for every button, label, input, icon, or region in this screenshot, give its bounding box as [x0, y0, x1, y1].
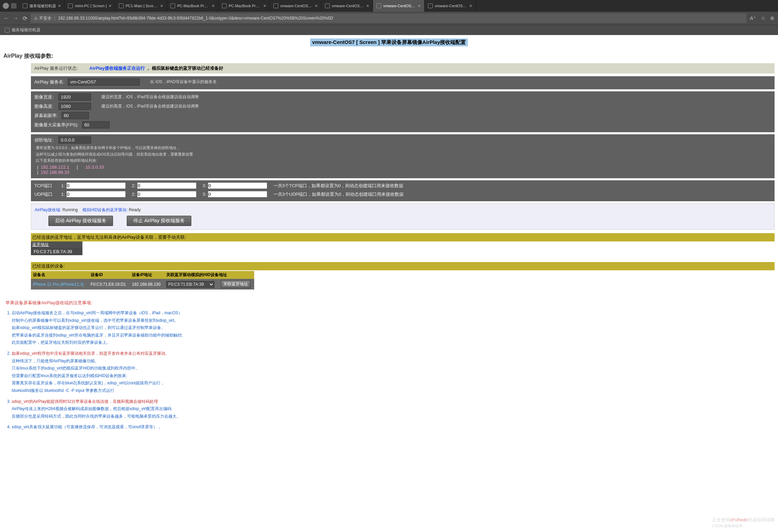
tab-7[interactable]: vmware-CentOS7 [ Scre×	[373, 0, 425, 12]
section-heading: AirPlay 接收端参数:	[3, 53, 775, 60]
th-id: 设备ID	[89, 271, 130, 279]
tcp-label: TCP端口	[34, 183, 55, 189]
devices-section: 已经连接的设备: 设备名 设备ID 设备IP地址 关联蓝牙驱动模拟的HID设备地…	[31, 262, 775, 290]
status-rest: ， 模拟鼠标键盘的蓝牙驱动已经准备好	[146, 66, 223, 71]
tab-title: PC1-Main [ Screen ]	[126, 4, 158, 8]
table-row: iPhone 11 Pro (iPhone12,3) F0:C3:71:E6:1…	[31, 279, 254, 290]
profile-icon[interactable]	[3, 3, 9, 9]
udp-2-input[interactable]	[137, 191, 196, 197]
tab-5[interactable]: vmware-CentOS7 List×	[270, 0, 322, 12]
bt-addr-row: 蓝牙地址 F0:C3:71:EB:7A:39	[31, 241, 82, 255]
tab-title: PC-MacBook Pro [ Scree	[229, 4, 261, 8]
tab-6[interactable]: vmware-CentOS7 [ Scre×	[322, 0, 373, 12]
reload-button[interactable]: ⟳	[23, 15, 27, 22]
close-icon[interactable]: ×	[212, 3, 214, 9]
close-icon[interactable]: ×	[109, 3, 111, 9]
fps-label: 图像最大采集率(FPS):	[34, 122, 79, 128]
close-icon[interactable]: ×	[315, 3, 317, 9]
page-icon	[23, 3, 27, 8]
tab-2[interactable]: PC1-Main [ Screen ]×	[115, 0, 167, 12]
close-icon[interactable]: ×	[418, 3, 420, 9]
ctrl-s1a: AirPlay接收端:	[35, 207, 61, 212]
tab-1[interactable]: mimi-PC [ Screen ]×	[65, 0, 115, 12]
ip-2: 10.3.0.33	[85, 165, 104, 170]
status-label: AirPlay 服务运行状态:	[34, 66, 78, 71]
note-4: xdisp_virt具备强大延展功能（可直播推流保存，可浏览器观看，可onvif…	[12, 423, 773, 431]
listen-sub1: 通常设置为 0.0.0.0，如果系统具有多块网卡和多个IP地址，可以设置具体的侦…	[36, 146, 180, 150]
close-icon[interactable]: ×	[469, 3, 472, 9]
listen-sub2: 这样可以减少因为复杂的网络环境造成iOS无法识别等问题，但若系统地址改变，需要重…	[36, 152, 193, 156]
img-w-input[interactable]	[58, 93, 91, 101]
service-name-panel: AirPlay 服务名: 在 iOS，iPAD等设备中显示的服务名	[31, 76, 775, 89]
page-icon	[222, 3, 227, 8]
stop-service-button[interactable]: 停止 AirPlay 接收端服务	[127, 216, 191, 226]
start-service-button[interactable]: 启动 AirPlay 接收端服务	[48, 216, 113, 226]
service-name-label: AirPlay 服务名:	[34, 79, 64, 85]
listen-sub3: 以下是系统有效的本地侦听地址列表:	[36, 158, 97, 162]
udp-1-input[interactable]	[66, 191, 126, 197]
bt-addr-value: F0:C3:71:EB:7A:39	[31, 248, 82, 255]
tab-title: vmware-CentOS7 [ Scre	[435, 4, 467, 8]
bt-head: 已经连接的蓝牙地址，蓝牙地址无法和具体的AirPlay设备关联，需要手动关联:	[31, 233, 775, 241]
close-icon[interactable]: ×	[263, 3, 266, 9]
ctrl-s1b: Running	[63, 207, 78, 212]
dev-head: 已经连接的设备:	[31, 262, 775, 270]
control-panel: AirPlay接收端: Running 模拟HID设备的蓝牙驱动: Ready …	[31, 203, 775, 230]
bookmark-link[interactable]: 服务端被控机器	[12, 27, 41, 33]
notes-section: 苹果设备屏幕镜像AirPlay接收端的注意事项: 启动AirPlay接收端服务之…	[3, 300, 775, 431]
tab-4[interactable]: PC-MacBook Pro [ Scree×	[218, 0, 270, 12]
page-icon	[273, 3, 278, 8]
favorite-icon[interactable]: ☆	[761, 15, 765, 21]
forward-button[interactable]: →	[13, 15, 19, 22]
bookmark-icon	[5, 28, 10, 33]
back-button[interactable]: ←	[3, 15, 9, 22]
fps-input[interactable]	[82, 121, 110, 128]
bt-section: 已经连接的蓝牙地址，蓝牙地址无法和具体的AirPlay设备关联，需要手动关联: …	[31, 233, 775, 255]
bt-addr-label: 蓝牙地址	[31, 241, 82, 248]
img-h-input[interactable]	[58, 103, 91, 110]
note-2: 如果xdisp_virt程序包中没有蓝牙驱动相关目录，则是开发作者并未公布对应蓝…	[12, 350, 773, 395]
tcp-2-input[interactable]	[137, 182, 196, 189]
url-box[interactable]: ⚠不安全 | 192.168.88.33:11000/airplay.html?…	[31, 13, 746, 23]
tab-bar: 服务端被控机器×mimi-PC [ Screen ]×PC1-Main [ Sc…	[0, 0, 778, 12]
page-icon	[325, 3, 330, 8]
service-name-hint: 在 iOS，iPAD等设备中显示的服务名	[150, 79, 217, 85]
read-aloud-icon[interactable]: A⁺	[750, 15, 756, 21]
refresh-input[interactable]	[61, 112, 89, 119]
status-running: AirPlay接收端服务正在运行	[89, 66, 145, 71]
page-icon	[68, 3, 73, 8]
collections-icon[interactable]: ⊕	[770, 15, 775, 21]
listen-panel: 侦听地址: 通常设置为 0.0.0.0，如果系统具有多块网卡和多个IP地址，可以…	[31, 134, 775, 178]
note-1: 启动AirPlay接收端服务之后，在与xdisp_virt同一局域网中的苹果设备…	[12, 309, 773, 347]
tcp-1-input[interactable]	[66, 182, 126, 189]
insecure-icon: ⚠	[34, 16, 38, 21]
page-icon	[170, 3, 175, 8]
th-name: 设备名	[31, 271, 89, 279]
tab-3[interactable]: PC-MacBook Pro List×	[167, 0, 218, 12]
tab-0[interactable]: 服务端被控机器×	[19, 0, 65, 12]
refresh-label: 屏幕刷新率:	[34, 113, 58, 119]
ip-1: 192.168.122.1	[41, 165, 69, 170]
dev-name: iPhone 11 Pro (iPhone12,3)	[31, 279, 89, 290]
tcp-3-input[interactable]	[208, 182, 267, 189]
close-icon[interactable]: ×	[58, 3, 61, 9]
tcp-hint: 一共3个TCP端口，如果都设置为0，则动态创建端口用来接收数据	[273, 183, 403, 189]
ctrl-s2a: 模拟HID设备的蓝牙驱动:	[82, 207, 128, 212]
associate-bt-button[interactable]: 关联蓝牙地址	[221, 280, 250, 288]
ctrl-s2b: Ready	[129, 207, 141, 212]
app-icon[interactable]	[11, 3, 16, 9]
close-icon[interactable]: ×	[366, 3, 369, 9]
ip-list: | 192.168.122.1 | 10.3.0.33 | 192.168.88…	[34, 164, 771, 176]
dev-hid-select[interactable]: F0:C3:71:EB:7A:39	[166, 281, 214, 288]
close-icon[interactable]: ×	[160, 3, 163, 9]
notes-title: 苹果设备屏幕镜像AirPlay接收端的注意事项:	[5, 300, 773, 306]
service-name-input[interactable]	[68, 78, 140, 86]
page-content: vmware-CentOS7 [ Screen ] 苹果设备屏幕镜像AirPla…	[0, 35, 778, 448]
tab-8[interactable]: vmware-CentOS7 [ Scre×	[425, 0, 476, 12]
page-icon	[119, 3, 124, 8]
ports-panel: TCP端口 1: 2: 3: 一共3个TCP端口，如果都设置为0，则动态创建端口…	[31, 180, 775, 201]
bookmark-bar: 服务端被控机器	[0, 25, 778, 35]
tab-title: 服务端被控机器	[30, 3, 56, 9]
listen-input[interactable]	[58, 136, 91, 144]
udp-3-input[interactable]	[208, 191, 267, 197]
